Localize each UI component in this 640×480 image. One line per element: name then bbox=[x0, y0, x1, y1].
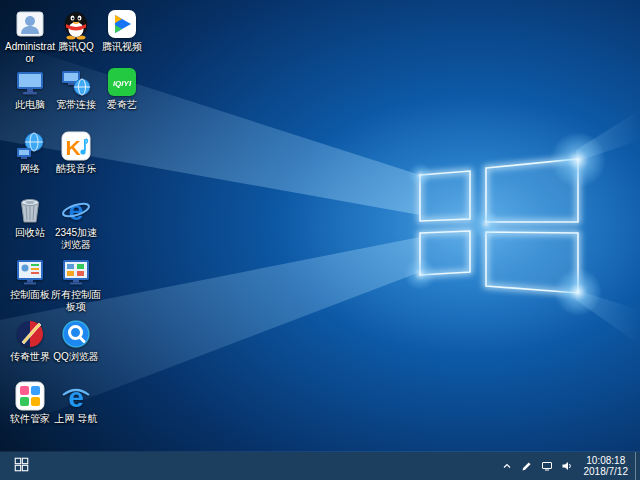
desktop-icon-internet-navigation[interactable]: e 上网 导航 bbox=[53, 380, 99, 425]
tencent-video-icon bbox=[106, 8, 138, 40]
svg-text:iQIYI: iQIYI bbox=[113, 79, 132, 88]
desktop-icon-label: QQ浏览器 bbox=[50, 351, 102, 363]
desktop-icon-label: 控制面板 bbox=[4, 289, 56, 301]
control-panel-icon bbox=[14, 256, 46, 288]
software-manager-icon bbox=[14, 380, 46, 412]
desktop: Administrator 腾讯QQ 腾讯视频 此电脑 宽带连接 iQIYI 爱… bbox=[0, 0, 640, 480]
desktop-icon-control-panel[interactable]: 控制面板 bbox=[7, 256, 53, 301]
start-button[interactable] bbox=[0, 452, 42, 480]
desktop-icon-administrator[interactable]: Administrator bbox=[7, 8, 53, 65]
volume-icon[interactable] bbox=[557, 452, 577, 480]
network-status-icon[interactable] bbox=[537, 452, 557, 480]
desktop-icon-label: 腾讯QQ bbox=[50, 41, 102, 53]
desktop-icon-broadband-connection[interactable]: 宽带连接 bbox=[53, 66, 99, 111]
hidden-icons-chevron[interactable] bbox=[497, 452, 517, 480]
desktop-icon-label: 酷我音乐 bbox=[50, 163, 102, 175]
desktop-icon-network[interactable]: 网络 bbox=[7, 130, 53, 175]
user-folder-icon bbox=[14, 8, 46, 40]
clock-time: 10:08:18 bbox=[584, 455, 629, 466]
desktop-icon-label: 此电脑 bbox=[4, 99, 56, 111]
desktop-icon-2345-browser[interactable]: e 2345加速浏览器 bbox=[53, 194, 99, 251]
system-tray: 10:08:18 2018/7/12 bbox=[497, 452, 640, 480]
all-control-panel-items-icon bbox=[60, 256, 92, 288]
2345-browser-icon: e bbox=[60, 194, 92, 226]
taskbar-clock[interactable]: 10:08:18 2018/7/12 bbox=[577, 455, 636, 477]
desktop-icon-recycle-bin[interactable]: 回收站 bbox=[7, 194, 53, 239]
network-globe-icon bbox=[14, 130, 46, 162]
kuwo-music-icon: K bbox=[60, 130, 92, 162]
clock-date: 2018/7/12 bbox=[584, 466, 629, 477]
svg-text:e: e bbox=[68, 382, 84, 412]
desktop-icon-label: 所有控制面板项 bbox=[50, 289, 102, 313]
show-desktop-button[interactable] bbox=[635, 452, 640, 480]
desktop-icon-label: 软件管家 bbox=[4, 413, 56, 425]
qq-browser-icon bbox=[60, 318, 92, 350]
windows-logo-icon bbox=[14, 457, 29, 476]
desktop-icon-label: 上网 导航 bbox=[50, 413, 102, 425]
desktop-icon-this-pc[interactable]: 此电脑 bbox=[7, 66, 53, 111]
broadband-connection-icon bbox=[60, 66, 92, 98]
qq-penguin-icon bbox=[60, 8, 92, 40]
desktop-icon-kuwo-music[interactable]: K 酷我音乐 bbox=[53, 130, 99, 175]
pen-input-icon[interactable] bbox=[517, 452, 537, 480]
this-pc-icon bbox=[14, 66, 46, 98]
desktop-icon-qq-browser[interactable]: QQ浏览器 bbox=[53, 318, 99, 363]
desktop-icon-label: 2345加速浏览器 bbox=[50, 227, 102, 251]
desktop-icon-label: Administrator bbox=[4, 41, 56, 65]
desktop-icon-tencent-qq[interactable]: 腾讯QQ bbox=[53, 8, 99, 53]
taskbar: 10:08:18 2018/7/12 bbox=[0, 452, 640, 480]
svg-text:e: e bbox=[68, 196, 83, 226]
desktop-icon-software-manager[interactable]: 软件管家 bbox=[7, 380, 53, 425]
desktop-icon-legend-world[interactable]: 传奇世界 bbox=[7, 318, 53, 363]
desktop-icon-label: 网络 bbox=[4, 163, 56, 175]
desktop-icon-label: 传奇世界 bbox=[4, 351, 56, 363]
legend-world-game-icon bbox=[14, 318, 46, 350]
desktop-icon-all-control-panel-items[interactable]: 所有控制面板项 bbox=[53, 256, 99, 313]
desktop-icon-label: 腾讯视频 bbox=[96, 41, 148, 53]
desktop-icon-iqiyi[interactable]: iQIYI 爱奇艺 bbox=[99, 66, 145, 111]
svg-text:K: K bbox=[65, 136, 80, 159]
internet-navigation-icon: e bbox=[60, 380, 92, 412]
iqiyi-icon: iQIYI bbox=[106, 66, 138, 98]
desktop-icon-label: 回收站 bbox=[4, 227, 56, 239]
desktop-icon-tencent-video[interactable]: 腾讯视频 bbox=[99, 8, 145, 53]
desktop-icon-label: 爱奇艺 bbox=[96, 99, 148, 111]
desktop-icon-label: 宽带连接 bbox=[50, 99, 102, 111]
recycle-bin-icon bbox=[14, 194, 46, 226]
